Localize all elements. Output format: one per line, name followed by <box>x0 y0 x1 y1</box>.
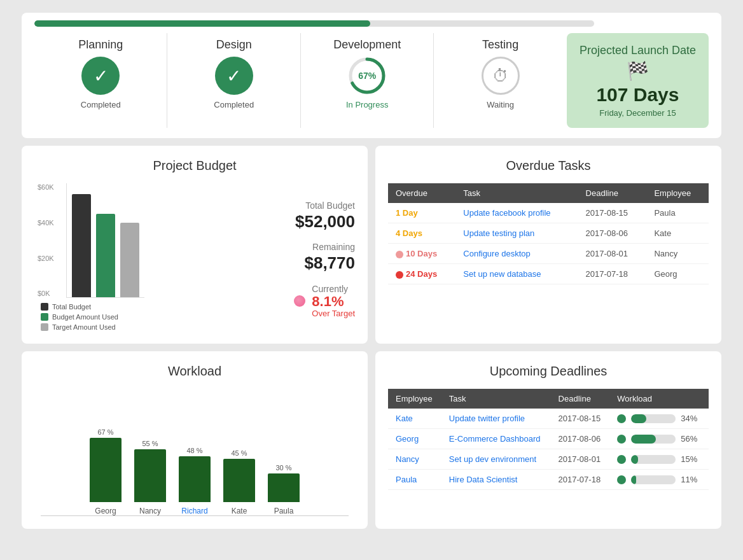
workload-label-2: Richard <box>181 507 207 515</box>
workload-label-1: Nancy <box>139 507 161 515</box>
upcoming-table-header: Employee Task Deadline Workload <box>388 389 709 409</box>
th-workload-up: Workload <box>609 389 709 409</box>
overdue-title: Overdue Tasks <box>388 158 709 173</box>
overdue-task-3[interactable]: Set up new database <box>455 264 578 284</box>
upcoming-task-3[interactable]: Hire Data Scientist <box>441 470 551 490</box>
phase-design-icon: ✓ <box>215 57 253 95</box>
th-task: Task <box>455 183 578 203</box>
overdue-task-1[interactable]: Update testing plan <box>455 223 578 244</box>
bar-total-budget <box>72 194 91 297</box>
clock-icon: ⏱ <box>482 57 520 95</box>
overdue-days-1: 4 Days <box>388 223 455 244</box>
legend-total-budget: Total Budget <box>41 303 281 311</box>
phase-testing-title: Testing <box>482 38 518 52</box>
upcoming-workload-0: 34% <box>609 409 709 429</box>
th-overdue: Overdue <box>388 183 455 203</box>
budget-stats: Total Budget $52,000 Remaining $8,770 Cu… <box>294 200 355 331</box>
workload-bar-4 <box>268 473 300 502</box>
workload-section: Workload 67 %Georg55 %Nancy48 %Richard45… <box>22 351 368 529</box>
dashboard: Planning ✓ Completed Design ✓ Completed … <box>22 13 721 529</box>
bottom-row: Workload 67 %Georg55 %Nancy48 %Richard45… <box>22 351 721 529</box>
workload-bar-group-2: 48 %Richard <box>179 447 211 515</box>
total-budget-value: $52,000 <box>295 212 355 232</box>
overdue-deadline-3: 2017-07-18 <box>578 264 647 284</box>
phase-design: Design ✓ Completed <box>167 33 300 128</box>
upcoming-row-1: Georg E-Commerce Dashboard 2017-08-06 56… <box>388 429 709 449</box>
upcoming-title: Upcoming Deadlines <box>388 364 709 379</box>
workload-pct-2: 48 % <box>186 447 202 454</box>
overdue-tasks-table: Overdue Task Deadline Employee 1 Day Upd… <box>388 183 709 284</box>
overdue-days-3: 24 Days <box>388 264 455 284</box>
legend-label-budget: Budget Amount Used <box>52 313 118 321</box>
upcoming-workload-3: 11% <box>609 470 709 490</box>
upcoming-workload-1: 56% <box>609 429 709 449</box>
upcoming-employee-2: Nancy <box>388 449 441 470</box>
overdue-deadline-0: 2017-08-15 <box>578 203 647 223</box>
upcoming-deadline-2: 2017-08-01 <box>551 449 610 470</box>
th-deadline-up: Deadline <box>551 389 610 409</box>
over-target-label: Over Target <box>312 309 355 318</box>
total-budget-stat: Total Budget $52,000 <box>294 200 355 232</box>
upcoming-task-0[interactable]: Update twitter profile <box>441 409 551 429</box>
workload-chart: 67 %Georg55 %Nancy48 %Richard45 %Kate30 … <box>34 389 355 516</box>
phase-testing: Testing ⏱ Waiting <box>434 33 566 128</box>
overdue-deadline-1: 2017-08-06 <box>578 223 647 244</box>
legend-dot-total <box>41 303 48 311</box>
overdue-employee-3: Georg <box>646 264 709 284</box>
legend-label-target: Target Amount Used <box>52 323 116 331</box>
upcoming-employee-0: Kate <box>388 409 441 429</box>
upcoming-table: Employee Task Deadline Workload Kate Upd… <box>388 389 709 490</box>
overdue-task-2[interactable]: Configure desktop <box>455 244 578 264</box>
remaining-stat: Remaining $8,770 <box>294 242 355 273</box>
phases: Planning ✓ Completed Design ✓ Completed … <box>34 33 567 128</box>
legend-target-used: Target Amount Used <box>41 323 281 331</box>
upcoming-deadline-3: 2017-07-18 <box>551 470 610 490</box>
upcoming-deadline-1: 2017-08-06 <box>551 429 610 449</box>
phase-development-status: In Progress <box>346 100 388 109</box>
launch-title: Projected Launch Date <box>580 43 696 58</box>
phase-design-status: Completed <box>214 100 254 109</box>
launch-days: 107 Days <box>596 84 679 106</box>
overdue-employee-2: Nancy <box>646 244 709 264</box>
phase-development-icon: 67% <box>348 57 386 95</box>
y-label-0k: $0K <box>38 290 54 297</box>
phase-planning-icon: ✓ <box>81 57 120 95</box>
upcoming-row-0: Kate Update twitter profile 2017-08-15 3… <box>388 409 709 429</box>
workload-bar-2 <box>179 456 211 502</box>
chart-area: $60K $40K $20K $0K <box>34 183 281 331</box>
overdue-row-1: 4 Days Update testing plan 2017-08-06 Ka… <box>388 223 709 244</box>
progress-circle-development: 67% <box>348 57 386 95</box>
th-task-up: Task <box>441 389 551 409</box>
workload-bar-3 <box>223 459 255 502</box>
progress-bar-fill <box>34 20 370 27</box>
overdue-employee-0: Paula <box>646 203 709 223</box>
phase-design-title: Design <box>216 38 252 52</box>
budget-content: $60K $40K $20K $0K <box>34 183 355 331</box>
phase-planning-title: Planning <box>78 38 123 52</box>
middle-row: Project Budget $60K $40K $20K $0K <box>22 146 721 344</box>
upcoming-workload-2: 15% <box>609 449 709 470</box>
overdue-days-0: 1 Day <box>388 203 455 223</box>
overdue-deadline-2: 2017-08-01 <box>578 244 647 264</box>
overdue-task-0[interactable]: Update facebook profile <box>455 203 578 223</box>
workload-label-0: Georg <box>95 507 116 515</box>
overdue-section: Overdue Tasks Overdue Task Deadline Empl… <box>375 146 721 344</box>
y-label-60k: $60K <box>38 183 54 191</box>
progress-circle-text: 67% <box>358 71 376 81</box>
bar-budget-used <box>96 214 115 297</box>
pink-dot-icon <box>294 295 305 307</box>
y-label-40k: $40K <box>38 219 54 227</box>
upcoming-task-2[interactable]: Set up dev environment <box>441 449 551 470</box>
upcoming-task-1[interactable]: E-Commerce Dashboard <box>441 429 551 449</box>
workload-bar-group-0: 67 %Georg <box>90 428 122 515</box>
upcoming-row-3: Paula Hire Data Scientist 2017-07-18 11% <box>388 470 709 490</box>
phase-development: Development 67% In Progress <box>301 33 434 128</box>
over-target-pct: 8.1% <box>312 295 355 309</box>
workload-label-3: Kate <box>232 507 247 515</box>
workload-label-4: Paula <box>274 507 294 515</box>
budget-title: Project Budget <box>34 158 355 173</box>
th-employee: Employee <box>646 183 709 203</box>
y-label-20k: $20K <box>38 255 54 262</box>
workload-bar-group-4: 30 %Paula <box>268 464 300 515</box>
check-circle-planning: ✓ <box>81 57 120 95</box>
